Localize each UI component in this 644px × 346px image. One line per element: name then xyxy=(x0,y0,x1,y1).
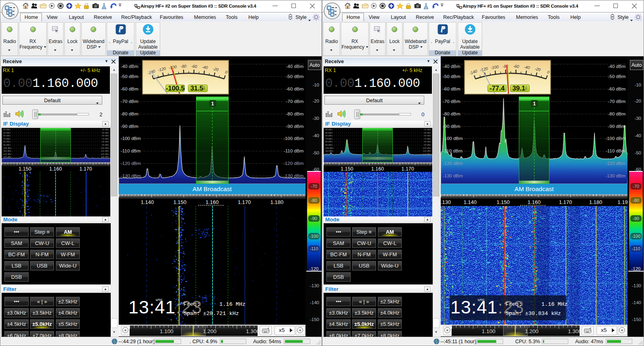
svg-text:-20: -20 xyxy=(213,66,219,72)
svg-text:0: 0 xyxy=(225,70,228,74)
svg-text:-100: -100 xyxy=(490,64,499,70)
svg-text:-120: -120 xyxy=(157,66,166,72)
svg-text:-20: -20 xyxy=(535,66,541,72)
svg-text:-60: -60 xyxy=(513,64,519,69)
svg-text:-120: -120 xyxy=(479,66,488,72)
svg-text:-80: -80 xyxy=(180,64,186,69)
svg-text:-60: -60 xyxy=(191,64,197,69)
svg-text:-140: -140 xyxy=(469,69,478,76)
svg-text:-80: -80 xyxy=(502,64,508,69)
svg-text:-40: -40 xyxy=(524,65,530,70)
svg-text:-40: -40 xyxy=(202,65,208,70)
svg-text:0: 0 xyxy=(547,70,550,74)
